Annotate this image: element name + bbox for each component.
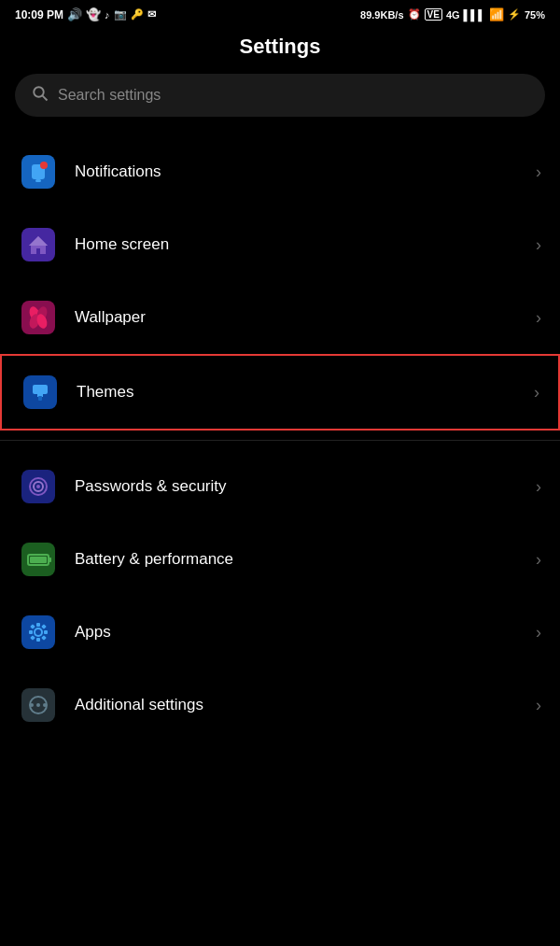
settings-item-themes[interactable]: Themes ›: [0, 354, 560, 431]
snapchat-icon: 👻: [86, 7, 101, 21]
svg-point-21: [36, 485, 40, 488]
notifications-icon: [19, 152, 58, 191]
sound-icon: 🔊: [67, 7, 82, 21]
settings-item-home-screen[interactable]: Home screen ›: [0, 208, 560, 281]
wallpaper-icon: [19, 298, 58, 337]
settings-list-group1: Notifications › Home screen ›: [0, 135, 560, 431]
svg-point-4: [40, 162, 48, 169]
additional-label: Additional settings: [75, 696, 536, 714]
search-placeholder: Search settings: [58, 87, 161, 104]
themes-label: Themes: [77, 383, 534, 402]
svg-rect-17: [38, 396, 42, 401]
settings-item-wallpaper[interactable]: Wallpaper ›: [0, 281, 560, 354]
passwords-label: Passwords & security: [75, 477, 536, 496]
svg-rect-5: [35, 179, 41, 182]
network-speed: 89.9KB/s: [360, 9, 403, 21]
additional-icon: [19, 685, 58, 725]
apps-label: Apps: [75, 623, 536, 642]
page-header: Settings: [0, 25, 560, 74]
passwords-icon: [19, 467, 58, 506]
home-screen-icon: [19, 225, 58, 264]
wifi-icon: 📶: [489, 7, 504, 21]
svg-point-39: [30, 703, 34, 707]
settings-list-group2: Passwords & security › Battery & perform…: [0, 450, 560, 741]
apps-icon: [19, 613, 58, 652]
signal-bars-icon: ▌▌▌: [464, 9, 485, 21]
svg-rect-32: [44, 630, 48, 634]
svg-point-40: [36, 703, 40, 707]
home-screen-label: Home screen: [75, 235, 536, 254]
wallpaper-chevron: ›: [536, 308, 541, 328]
status-right: 89.9KB/s ⏰ VE 4G ▌▌▌ 📶 ⚡ 75%: [360, 7, 545, 21]
svg-rect-24: [49, 558, 51, 562]
status-bar: 10:09 PM 🔊 👻 ♪ 📷 🔑 ✉ 89.9KB/s ⏰ VE 4G ▌▌…: [0, 0, 560, 25]
svg-rect-29: [36, 623, 40, 627]
themes-chevron: ›: [534, 383, 539, 402]
network-type: 4G: [446, 9, 460, 21]
apps-chevron: ›: [536, 623, 541, 642]
settings-item-apps[interactable]: Apps ›: [0, 596, 560, 669]
key-icon: 🔑: [131, 8, 144, 21]
battery-chevron: ›: [536, 550, 541, 570]
battery-icon: ⚡: [508, 8, 521, 21]
svg-rect-31: [29, 630, 33, 634]
settings-item-battery[interactable]: Battery & performance ›: [0, 523, 560, 596]
svg-point-0: [34, 87, 44, 97]
page-title: Settings: [15, 35, 545, 59]
status-left: 10:09 PM 🔊 👻 ♪ 📷 🔑 ✉: [15, 7, 156, 21]
settings-item-notifications[interactable]: Notifications ›: [0, 135, 560, 208]
search-bar[interactable]: Search settings: [15, 74, 545, 117]
svg-rect-25: [30, 557, 47, 563]
search-icon: [32, 85, 49, 106]
notifications-chevron: ›: [536, 162, 541, 182]
section-divider: [0, 440, 560, 441]
message-icon: ✉: [147, 8, 156, 21]
battery-label: Battery & performance: [75, 550, 536, 569]
instagram-icon: 📷: [114, 8, 127, 21]
time: 10:09 PM: [15, 8, 63, 21]
wallpaper-label: Wallpaper: [75, 308, 536, 327]
battery-perf-icon: [19, 540, 58, 579]
svg-line-1: [43, 96, 48, 101]
battery-percent: 75%: [525, 9, 545, 21]
notifications-label: Notifications: [75, 162, 536, 181]
svg-rect-30: [36, 638, 40, 642]
ve-icon: VE: [425, 8, 442, 21]
themes-icon: [21, 373, 60, 412]
passwords-chevron: ›: [536, 477, 541, 497]
alarm-icon: ⏰: [408, 8, 421, 21]
tiktok-icon: ♪: [105, 9, 110, 21]
svg-point-41: [43, 703, 47, 707]
home-screen-chevron: ›: [536, 235, 541, 255]
svg-rect-15: [33, 385, 48, 394]
svg-point-28: [35, 629, 41, 635]
additional-chevron: ›: [536, 696, 541, 715]
settings-item-passwords[interactable]: Passwords & security ›: [0, 450, 560, 523]
settings-item-additional[interactable]: Additional settings ›: [0, 669, 560, 741]
